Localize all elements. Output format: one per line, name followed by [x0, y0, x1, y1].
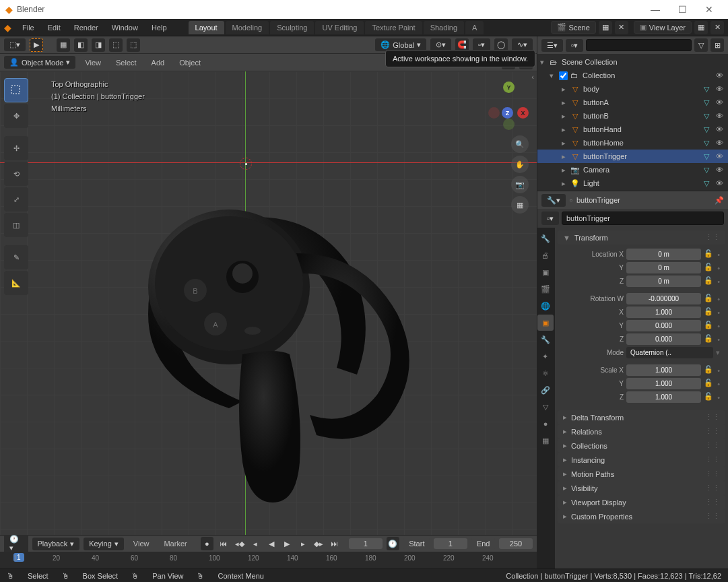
end-frame[interactable]: 250	[499, 538, 533, 549]
rotation-y[interactable]: 0.000	[626, 320, 701, 331]
new-collection-icon[interactable]: ⊞	[710, 38, 724, 52]
blender-icon[interactable]: ◆	[4, 22, 11, 33]
playback-dropdown[interactable]: Playback ▾	[32, 538, 80, 550]
outliner-item-buttonA[interactable]: ▸▽buttonA▽👁	[537, 96, 728, 109]
play-reverse-icon[interactable]: ◀	[265, 538, 277, 550]
ptab-data[interactable]: ▽	[537, 399, 554, 415]
scene-selector[interactable]: 🎬Scene	[551, 21, 596, 34]
panel-collections[interactable]: ▸Collections⋮⋮	[558, 439, 725, 453]
location-x[interactable]: 0 m	[626, 249, 701, 260]
frame-prev-icon[interactable]: ◂	[249, 538, 261, 550]
outliner-item-Camera[interactable]: ▸📷Camera▽👁	[537, 163, 728, 176]
tab-layout[interactable]: Layout	[189, 21, 224, 34]
menu-edit[interactable]: Edit	[42, 21, 66, 34]
camera-view-icon[interactable]: 📷	[511, 176, 529, 193]
tool-rotate[interactable]: ⟲	[4, 162, 28, 186]
outliner-item-buttonHome[interactable]: ▸▽buttonHome▽👁	[537, 136, 728, 150]
ptab-texture[interactable]: ▦	[537, 432, 554, 449]
outliner-item-buttonTrigger[interactable]: ▸▽buttonTrigger▽👁	[537, 150, 728, 163]
location-z[interactable]: 0 m	[626, 276, 701, 287]
ptab-modifiers[interactable]: 🔧	[537, 331, 554, 348]
vp-menu-object[interactable]: Object	[174, 56, 206, 69]
ptab-world[interactable]: 🌐	[537, 298, 554, 314]
lock-icon[interactable]: 🔓	[704, 365, 715, 376]
tool-measure[interactable]: 📐	[4, 271, 28, 295]
scale-z[interactable]: 1.000	[626, 391, 701, 403]
snap-icon[interactable]: ◧	[74, 38, 88, 52]
maximize-button[interactable]: ☐	[669, 4, 696, 15]
panel-motion-paths[interactable]: ▸Motion Paths⋮⋮	[558, 467, 725, 481]
viewlayer-selector[interactable]: ▣View Layer	[634, 21, 692, 34]
rotation-w[interactable]: -0.000000	[626, 293, 701, 304]
menu-help[interactable]: Help	[146, 21, 172, 34]
pan-hand-icon[interactable]: ✋	[511, 156, 529, 173]
ptab-scene[interactable]: 🎬	[537, 281, 554, 297]
keyframe-next-icon[interactable]: ◆▸	[313, 538, 325, 550]
snap2-icon[interactable]: ◨	[92, 38, 105, 52]
outliner-editor-dropdown[interactable]: ☰▾	[541, 39, 563, 52]
lock-icon[interactable]: 🔓	[704, 379, 715, 389]
menu-file[interactable]: File	[17, 21, 40, 34]
timeline-marker[interactable]: Marker	[158, 537, 192, 550]
outliner-item-buttonB[interactable]: ▸▽buttonB▽👁	[537, 109, 728, 123]
ptab-object[interactable]: ▣	[537, 315, 554, 331]
close-button[interactable]: ✕	[696, 4, 723, 15]
tab-more[interactable]: A	[465, 21, 484, 34]
play-icon[interactable]: ▶	[281, 538, 293, 550]
tool-annotate[interactable]: ✎	[4, 245, 28, 269]
tab-uv-editing[interactable]: UV Editing	[315, 21, 364, 34]
tab-sculpting[interactable]: Sculpting	[270, 21, 314, 34]
ptab-constraints[interactable]: 🔗	[537, 382, 554, 398]
outliner-display-dropdown[interactable]: ▫▾	[566, 39, 583, 52]
tool-cursor[interactable]: ✥	[4, 104, 28, 128]
keying-dropdown[interactable]: Keying ▾	[84, 538, 124, 550]
outliner-scene-collection[interactable]: ▾🗁Scene Collection	[537, 55, 728, 69]
tab-shading[interactable]: Shading	[424, 21, 464, 34]
panel-viewport-display[interactable]: ▸Viewport Display⋮⋮	[558, 495, 725, 509]
preview-range-icon[interactable]: 🕐	[387, 537, 400, 550]
outliner-item-buttonHand[interactable]: ▸▽buttonHand▽👁	[537, 123, 728, 136]
pin-icon[interactable]: 📌	[715, 196, 724, 205]
axis-z-icon[interactable]: Z	[502, 107, 513, 119]
scale-x[interactable]: 1.000	[626, 364, 701, 376]
perspective-icon[interactable]: ▦	[511, 196, 529, 214]
panel-instancing[interactable]: ▸Instancing⋮⋮	[558, 453, 725, 467]
ptab-particles[interactable]: ✦	[537, 348, 554, 364]
tool-scale[interactable]: ⤢	[4, 187, 28, 212]
filter-icon[interactable]: ▽	[694, 38, 708, 52]
tool-select-box[interactable]	[4, 78, 28, 102]
ptab-material[interactable]: ●	[537, 416, 554, 432]
lock-icon[interactable]: 🔓	[704, 321, 715, 331]
viewlayer-browse-icon[interactable]: ▦	[694, 21, 708, 34]
panel-delta-transform[interactable]: ▸Delta Transform⋮⋮	[558, 410, 725, 424]
editor-type-dropdown[interactable]: ⬚▾	[4, 38, 26, 51]
collapse-icon[interactable]: ‹	[531, 73, 534, 81]
frame-next-icon[interactable]: ▸	[297, 538, 309, 550]
lock-icon[interactable]: 🔓	[704, 249, 715, 260]
scene-browse-icon[interactable]: ▦	[599, 21, 612, 34]
tab-modeling[interactable]: Modeling	[226, 21, 269, 34]
outliner-item-Light[interactable]: ▸💡Light▽👁	[537, 176, 728, 190]
vp-menu-select[interactable]: Select	[110, 56, 142, 69]
outliner-collection[interactable]: ▾🗀Collection👁	[537, 69, 728, 82]
location-y[interactable]: 0 m	[626, 262, 701, 273]
timeline-view[interactable]: View	[128, 537, 155, 550]
lock-icon[interactable]: 🔓	[704, 263, 715, 273]
jump-end-icon[interactable]: ⏭	[329, 538, 341, 550]
panel-relations[interactable]: ▸Relations⋮⋮	[558, 424, 725, 439]
zoom-icon[interactable]: 🔍	[511, 135, 529, 153]
outliner-search[interactable]	[586, 39, 692, 51]
axis-x-icon[interactable]: X	[517, 107, 529, 119]
rotation-z[interactable]: 0.000	[626, 333, 701, 345]
menu-render[interactable]: Render	[69, 21, 104, 34]
viewlayer-close-icon[interactable]: ✕	[710, 21, 724, 34]
lock-icon[interactable]: 🔓	[704, 294, 715, 304]
panel-custom-properties[interactable]: ▸Custom Properties⋮⋮	[558, 509, 725, 523]
select-tool-icon[interactable]: ▶	[30, 38, 43, 52]
tab-texture-paint[interactable]: Texture Paint	[365, 21, 422, 34]
vp-menu-view[interactable]: View	[79, 56, 106, 69]
rotation-mode[interactable]: Quaternion (..	[626, 347, 713, 358]
start-frame[interactable]: 1	[434, 538, 467, 549]
outliner-item-stick[interactable]: ▸▽stick▽👁	[537, 190, 728, 191]
tool-move[interactable]: ✢	[4, 136, 28, 160]
